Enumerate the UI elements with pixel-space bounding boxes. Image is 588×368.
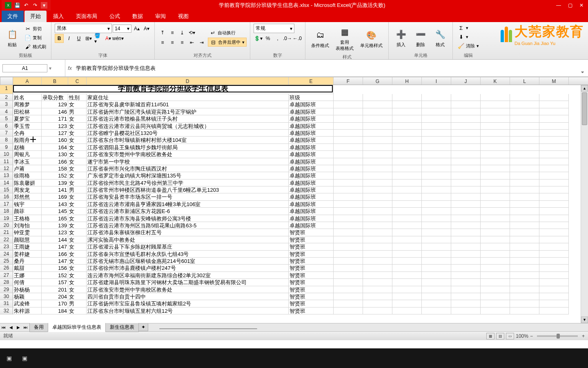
cell[interactable] <box>481 215 510 222</box>
cell[interactable]: 智贤班 <box>289 272 334 279</box>
cell[interactable] <box>451 165 481 172</box>
cell[interactable] <box>422 265 451 272</box>
select-all-corner[interactable] <box>0 77 13 85</box>
cell[interactable] <box>481 180 510 186</box>
cell[interactable] <box>510 293 539 300</box>
cell[interactable] <box>363 130 392 137</box>
cell[interactable]: 171 <box>42 115 68 122</box>
cell[interactable]: 卓越国际班 <box>289 180 334 186</box>
cell[interactable]: 遂宁市第一中学校 <box>87 158 289 165</box>
break-view-icon[interactable]: ▭ <box>506 333 514 339</box>
cell[interactable] <box>510 251 539 258</box>
cell[interactable] <box>539 115 569 122</box>
cell[interactable] <box>539 243 569 250</box>
cell[interactable]: 季玉雪 <box>13 123 42 130</box>
cell[interactable] <box>481 258 510 265</box>
cell[interactable] <box>539 251 569 258</box>
column-header-K[interactable]: K <box>481 77 510 85</box>
cell[interactable] <box>334 115 363 122</box>
cell[interactable]: 王雨婕 <box>13 243 42 250</box>
redo-icon[interactable]: ↷ <box>32 2 38 9</box>
dec-decimal-icon[interactable]: ←.0 <box>293 34 302 43</box>
save-icon[interactable]: 💾 <box>14 2 20 9</box>
cell[interactable] <box>334 229 363 236</box>
cell[interactable] <box>392 115 422 122</box>
cell[interactable] <box>539 236 569 243</box>
column-header-C[interactable]: C <box>68 77 87 85</box>
cell[interactable] <box>334 300 363 307</box>
font-color-button[interactable]: A▾ <box>104 34 113 43</box>
cell[interactable]: 姓名 <box>13 94 42 101</box>
cell[interactable] <box>363 293 392 300</box>
cell[interactable]: 武凌锋 <box>13 300 42 307</box>
cell[interactable] <box>481 165 510 172</box>
cell[interactable] <box>481 193 510 200</box>
row-header[interactable]: 25 <box>0 258 13 265</box>
cell[interactable] <box>422 258 451 265</box>
row-header[interactable]: 3 <box>0 101 13 108</box>
cell[interactable] <box>422 151 451 158</box>
cell[interactable]: 147 <box>42 243 68 250</box>
cell[interactable]: 女 <box>68 251 87 258</box>
cell[interactable] <box>510 215 539 222</box>
cell[interactable] <box>334 130 363 137</box>
cell[interactable] <box>422 172 451 179</box>
cell[interactable] <box>451 300 481 307</box>
cell[interactable] <box>451 115 481 122</box>
cell[interactable] <box>510 300 539 307</box>
cell[interactable]: 智贤班 <box>289 251 334 258</box>
cell[interactable] <box>422 307 451 314</box>
formula-text[interactable]: 学前教育学院部分班级学生信息表 <box>76 65 586 72</box>
cell[interactable]: 王娜 <box>13 272 42 279</box>
layout-view-icon[interactable]: ▤ <box>496 333 504 339</box>
cell[interactable]: 江苏省扬州市宝应县鲁垛镇五顷村戴家组2号 <box>87 300 289 307</box>
cell[interactable] <box>451 272 481 279</box>
row-header[interactable]: 28 <box>0 279 13 286</box>
cell[interactable]: 江苏省徐州市民主北路47号徐州第三中学 <box>87 180 289 186</box>
clear-button[interactable]: 🧹清除▾ <box>456 42 481 50</box>
cell[interactable]: 卓越国际班 <box>289 130 334 137</box>
cell[interactable] <box>392 130 422 137</box>
cell[interactable]: 录取分数 <box>42 94 68 101</box>
minimize-button[interactable]: — <box>554 2 564 9</box>
cell[interactable] <box>334 222 363 229</box>
cell-styles-button[interactable]: 🎨单元格样式 <box>358 27 385 50</box>
row-header[interactable]: 27 <box>0 272 13 279</box>
wrap-text-button[interactable]: ↵自动换行 <box>208 29 247 37</box>
cell[interactable]: 184 <box>42 307 68 314</box>
column-header-M[interactable]: M <box>539 77 569 85</box>
view-tab[interactable]: 视图 <box>172 11 194 22</box>
row-header[interactable]: 20 <box>0 222 13 229</box>
cell[interactable] <box>422 243 451 250</box>
cell[interactable] <box>481 130 510 137</box>
font-name-combo[interactable]: 黑体▾ <box>55 24 112 33</box>
cell[interactable]: 朱梓源 <box>13 307 42 314</box>
cell[interactable]: 卓越国际班 <box>289 137 334 144</box>
cell[interactable] <box>451 137 481 144</box>
cell[interactable]: 160 <box>42 137 68 144</box>
cell[interactable] <box>451 215 481 222</box>
cell[interactable] <box>363 172 392 179</box>
cell[interactable] <box>363 279 392 286</box>
cell[interactable]: 165 <box>42 215 68 222</box>
cell[interactable] <box>334 193 363 200</box>
cell[interactable] <box>363 236 392 243</box>
cell[interactable] <box>363 229 392 236</box>
cell[interactable] <box>392 272 422 279</box>
cell[interactable] <box>451 229 481 236</box>
cell[interactable] <box>392 158 422 165</box>
cell[interactable]: 130 <box>42 151 68 158</box>
first-sheet-icon[interactable]: ⏮ <box>0 324 7 331</box>
cell[interactable] <box>334 172 363 179</box>
cell[interactable] <box>334 101 363 108</box>
cell[interactable] <box>392 186 422 193</box>
cell[interactable] <box>481 208 510 215</box>
cell[interactable]: 江苏省连云港市灌南县亨通家园14幢3单元106室 <box>87 201 289 208</box>
underline-button[interactable]: U <box>74 34 83 43</box>
cell[interactable] <box>539 94 569 101</box>
column-header-D[interactable]: D <box>87 77 289 85</box>
cell[interactable] <box>539 172 569 179</box>
cell[interactable]: 智贤班 <box>289 286 334 293</box>
cell[interactable] <box>539 300 569 307</box>
cell[interactable]: 江苏省徐州市沛县鹿楼镇卢楼村247号 <box>87 265 289 272</box>
